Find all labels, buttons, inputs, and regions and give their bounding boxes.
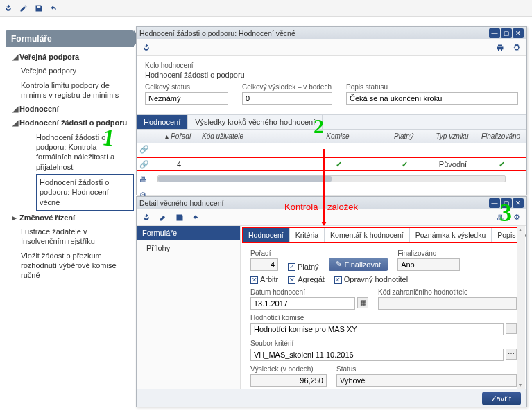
tree-item[interactable]: Lustrace žadatele v Insolvenčním rejstří…	[21, 225, 134, 249]
print-icon[interactable]	[495, 42, 506, 53]
status-label: Celkový status	[145, 83, 228, 91]
scrollbar[interactable]	[517, 226, 525, 389]
side-tab-formulare[interactable]: Formuláře	[137, 226, 240, 240]
vysledek-input[interactable]	[250, 374, 327, 387]
tab-vysledky[interactable]: Výsledky kroků věcného hodnocení	[188, 115, 323, 129]
status-input[interactable]	[145, 92, 228, 105]
table-row[interactable]: 4 ✓ ✓ Původní ✓	[137, 157, 526, 171]
grid: 🔗 🔗 🖶 ⚙ ▴ Pořadí Kód uživatele Komise Pl…	[137, 130, 526, 182]
arbitr-checkbox[interactable]	[250, 276, 258, 284]
link-icon[interactable]: 🔗	[139, 145, 149, 155]
soubor-input[interactable]	[250, 349, 504, 361]
tree-item[interactable]: Veřejné podpory	[21, 64, 134, 78]
result-input[interactable]	[242, 92, 332, 105]
link-icon[interactable]: 🔗	[139, 160, 149, 170]
undo-icon[interactable]	[49, 3, 60, 14]
state-input[interactable]	[346, 92, 518, 105]
tree-item[interactable]: ◢Hodnocení žádosti o podporu	[21, 116, 134, 130]
window-title: Hodnocení žádosti o podporu: Hodnocení v…	[139, 29, 489, 37]
poradi-input[interactable]	[250, 258, 278, 271]
save-icon[interactable]	[174, 212, 185, 223]
calendar-icon[interactable]: ▦	[357, 297, 368, 308]
lookup-icon[interactable]: ⋯	[506, 349, 517, 360]
tree-item[interactable]: Vložit žádost o přezkum rozhodnutí výběr…	[21, 249, 134, 283]
print-icon[interactable]: 🖶	[495, 212, 506, 223]
window-hodnoceni: Hodnocení žádosti o podporu: Hodnocení v…	[136, 26, 527, 195]
tree-item-selected[interactable]: Hodnocení žádosti o podporu: Hodnocení v…	[36, 174, 134, 211]
sidebar-title: Formuláře	[6, 30, 134, 47]
tab-kriteria[interactable]: Kritéria	[290, 228, 325, 242]
opravny-checkbox[interactable]	[334, 276, 342, 284]
col-final[interactable]: Finalizováno	[477, 132, 525, 140]
col-kod[interactable]: Kód uživatele	[199, 132, 296, 140]
tab-komentar[interactable]: Komentář k hodnocení	[325, 228, 410, 242]
tree-group-hodnoceni[interactable]: ◢Hodnocení	[6, 102, 134, 116]
tree-item[interactable]: Kontrola limitu podpory de minimis v reg…	[21, 78, 134, 103]
round-value: Hodnocení žádosti o podporu	[145, 71, 518, 79]
print-icon[interactable]: 🖶	[139, 175, 149, 185]
tree-item[interactable]: ▸Změnové řízení	[21, 211, 134, 225]
window-titlebar: Detail věcného hodnocení — ▢ ✕	[137, 197, 526, 209]
tab-poznamka[interactable]: Poznámka k výsledku	[410, 228, 492, 242]
finalizovat-button[interactable]: ✎ Finalizovat	[329, 258, 388, 271]
detail-sidebar: Formuláře Přílohy	[137, 226, 241, 389]
edit-icon[interactable]	[157, 212, 169, 223]
col-poradi[interactable]: ▴ Pořadí	[157, 132, 199, 140]
minimize-icon[interactable]: —	[489, 28, 500, 38]
datum-input[interactable]	[250, 297, 355, 310]
minimize-icon[interactable]: —	[489, 198, 500, 208]
kod-input[interactable]	[378, 297, 517, 310]
scrollbar[interactable]	[157, 175, 506, 182]
edit-icon[interactable]	[18, 3, 29, 14]
agregat-checkbox[interactable]	[288, 276, 295, 284]
undo-icon[interactable]	[191, 212, 202, 223]
lookup-icon[interactable]: ⋯	[506, 323, 517, 334]
gear-icon[interactable]	[511, 42, 522, 53]
app-toolbar	[0, 0, 532, 17]
finalizovano-input[interactable]	[397, 258, 460, 271]
annotation-arrow	[323, 149, 325, 225]
tab-hodnoceni[interactable]: Hodnocení	[137, 115, 188, 129]
status-input[interactable]	[336, 374, 517, 387]
result-label: Celkový výsledek – v bodech	[242, 83, 332, 91]
sidebar: Formuláře ◢Veřejná podpora Veřejné podpo…	[6, 30, 134, 285]
side-item-prilohy[interactable]: Přílohy	[137, 240, 240, 256]
window-title: Detail věcného hodnocení	[139, 199, 489, 207]
refresh-icon[interactable]	[141, 212, 152, 223]
close-button[interactable]: Zavřít	[482, 392, 521, 405]
maximize-icon[interactable]: ▢	[501, 28, 512, 38]
komise-input[interactable]	[250, 323, 504, 335]
filter-row[interactable]	[137, 143, 526, 157]
col-typ[interactable]: Typ vzniku	[428, 132, 477, 140]
window-titlebar: Hodnocení žádosti o podporu: Hodnocení v…	[137, 27, 526, 39]
close-icon[interactable]: ✕	[513, 198, 524, 208]
col-platny[interactable]: Platný	[379, 132, 428, 140]
platny-checkbox[interactable]	[288, 263, 295, 271]
maximize-icon[interactable]: ▢	[501, 198, 512, 208]
col-komise[interactable]: Komise	[296, 132, 379, 140]
refresh-icon[interactable]	[141, 42, 152, 53]
tree-group-verejna[interactable]: ◢Veřejná podpora	[6, 50, 134, 64]
save-icon[interactable]	[33, 3, 44, 14]
tree-item[interactable]: Hodnocení žádosti o podporu: Kontrola fo…	[36, 130, 134, 174]
close-icon[interactable]: ✕	[513, 28, 524, 38]
gear-icon[interactable]: ⚙	[511, 212, 522, 223]
window-detail: Detail věcného hodnocení — ▢ ✕ 🖶 ⚙ Formu…	[136, 196, 527, 407]
state-label: Popis statusu	[346, 83, 518, 91]
round-label: Kolo hodnocení	[145, 62, 518, 69]
detail-tabs: Hodnocení Kritéria Komentář k hodnocení …	[242, 227, 525, 243]
refresh-icon[interactable]	[3, 3, 14, 14]
tab-hodnoceni[interactable]: Hodnocení	[243, 228, 290, 242]
